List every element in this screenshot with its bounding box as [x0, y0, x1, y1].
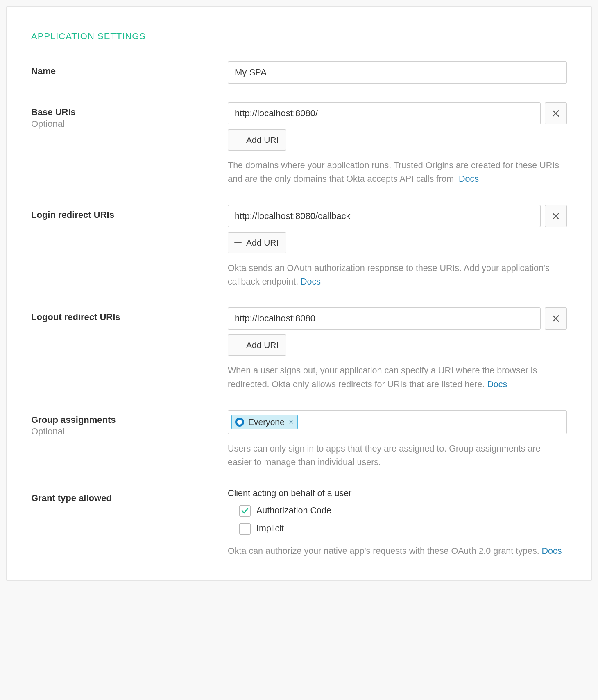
base-uris-label: Base URIs [31, 106, 228, 118]
group-token-label: Everyone [248, 417, 285, 427]
name-label: Name [31, 65, 228, 77]
groups-help: Users can only sign in to apps that they… [228, 442, 567, 470]
add-base-uri-label: Add URI [246, 135, 279, 145]
group-ring-icon [235, 418, 244, 427]
remove-login-uri-button[interactable] [545, 205, 567, 227]
login-uris-label: Login redirect URIs [31, 209, 228, 221]
checkbox-implicit[interactable] [239, 523, 251, 535]
row-grant-type: Grant type allowed Client acting on beha… [31, 488, 567, 558]
close-icon [552, 315, 559, 322]
base-uris-docs-link[interactable]: Docs [459, 174, 479, 184]
base-uris-help-text: The domains where your application runs.… [228, 160, 559, 184]
logout-uris-label: Logout redirect URIs [31, 312, 228, 323]
add-logout-uri-button[interactable]: Add URI [228, 334, 286, 356]
groups-label: Group assignments [31, 414, 228, 426]
logout-uri-input[interactable] [228, 307, 541, 330]
row-login-uris: Login redirect URIs Add URI Okta sends a… [31, 205, 567, 289]
groups-optional: Optional [31, 426, 228, 438]
row-group-assignments: Group assignments Optional Everyone × Us… [31, 410, 567, 470]
check-icon [241, 507, 249, 515]
add-base-uri-button[interactable]: Add URI [228, 129, 286, 151]
checkbox-authorization-code-label: Authorization Code [256, 506, 331, 516]
remove-logout-uri-button[interactable] [545, 307, 567, 330]
login-uris-docs-link[interactable]: Docs [301, 277, 321, 287]
group-token-everyone: Everyone × [231, 415, 298, 429]
grant-docs-link[interactable]: Docs [542, 546, 562, 556]
close-icon [552, 110, 559, 117]
group-assignments-input[interactable]: Everyone × [228, 410, 567, 434]
base-uri-input[interactable] [228, 102, 541, 124]
grant-help-text: Okta can authorize your native app's req… [228, 546, 542, 556]
section-title: APPLICATION SETTINGS [31, 31, 567, 42]
name-input[interactable] [228, 61, 567, 84]
plus-icon [234, 341, 242, 349]
logout-uris-help: When a user signs out, your application … [228, 364, 567, 391]
base-uris-help: The domains where your application runs.… [228, 159, 567, 186]
close-icon [552, 212, 559, 220]
grant-help: Okta can authorize your native app's req… [228, 544, 567, 558]
login-uris-help-text: Okta sends an OAuth authorization respon… [228, 263, 550, 287]
login-uris-help: Okta sends an OAuth authorization respon… [228, 262, 567, 289]
add-login-uri-label: Add URI [246, 238, 279, 248]
plus-icon [234, 136, 242, 144]
application-settings-panel: APPLICATION SETTINGS Name Base URIs Opti… [6, 6, 592, 581]
grant-label: Grant type allowed [31, 492, 228, 504]
base-uris-optional: Optional [31, 118, 228, 130]
remove-base-uri-button[interactable] [545, 102, 567, 124]
add-logout-uri-label: Add URI [246, 340, 279, 350]
add-login-uri-button[interactable]: Add URI [228, 232, 286, 253]
grant-subheading: Client acting on behalf of a user [228, 488, 567, 499]
plus-icon [234, 239, 242, 247]
logout-uris-docs-link[interactable]: Docs [487, 379, 507, 389]
checkbox-authorization-code[interactable] [239, 505, 251, 517]
row-base-uris: Base URIs Optional Add URI The domains w… [31, 102, 567, 186]
checkbox-implicit-label: Implicit [256, 524, 284, 534]
row-logout-uris: Logout redirect URIs Add URI When a user… [31, 307, 567, 391]
login-uri-input[interactable] [228, 205, 541, 227]
row-name: Name [31, 61, 567, 84]
remove-group-token-button[interactable]: × [289, 417, 294, 427]
